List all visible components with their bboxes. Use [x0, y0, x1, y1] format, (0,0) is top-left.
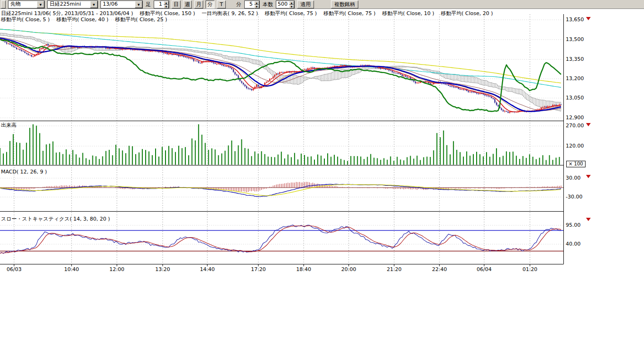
bar-type-week-button[interactable]: 週 [183, 0, 192, 8]
bar-type-tick-button[interactable]: T [217, 0, 226, 8]
minutes-value: 5 [245, 1, 254, 8]
stoch-pane-label: スロー・ストキャスティクス( 14, 3, 80, 20 ) [1, 215, 110, 222]
bar-count-label: 本数 [262, 1, 273, 8]
volume-pane-label: 出来高 [1, 122, 17, 129]
legend-item: 一目均衡表( 9, 26, 52 ) [202, 10, 258, 16]
legend-item: 移動平均( Close, 25 ) [115, 16, 167, 23]
chevron-down-icon[interactable]: ▼ [90, 1, 98, 8]
spin-up-icon[interactable]: ▲ [254, 1, 259, 5]
legend-item: 移動平均( Close, 5 ) [1, 16, 50, 23]
multi-symbol-button[interactable]: 複数銘柄 [331, 0, 358, 8]
legend-item: 移動平均( Close, 20 ) [441, 10, 493, 16]
legend-item: 移動平均( Close, 75 ) [323, 10, 376, 16]
pane-scroll-down-icon[interactable] [586, 175, 591, 178]
toolbar-grip[interactable] [1, 0, 6, 8]
minutes-spinner[interactable]: 5 ▲▼ [244, 0, 260, 8]
bar-type-minute-button[interactable]: 分 [206, 0, 215, 8]
bar-count-spinner[interactable]: 500 ▲▼ [276, 0, 295, 8]
chevron-down-icon[interactable]: ▼ [135, 1, 142, 8]
spin-up-icon[interactable]: ▲ [289, 1, 294, 5]
spin-down-icon[interactable]: ▼ [254, 5, 259, 8]
legend-item: 移動平均( Close, 75 ) [264, 10, 317, 16]
symbol-select[interactable]: 日経225mini ▼ [47, 0, 98, 8]
macd-pane-label: MACD( 12, 26, 9 ) [1, 169, 47, 175]
indicator-legend-row-2: 移動平均( Close, 5 )移動平均( Close, 40 )移動平均( C… [1, 16, 174, 23]
contract-month-value: 13/06 [101, 1, 135, 8]
bar-count-value: 500 [276, 1, 289, 8]
pane-scroll-down-icon[interactable] [586, 123, 591, 126]
symbol-category-select[interactable]: 先物 ▼ [8, 0, 45, 8]
toolbar: 先物 ▼ 日経225mini ▼ 13/06 ▼ 足 1 ▲▼ 日 週 月 分 … [0, 0, 644, 9]
chart-application-window: 先物 ▼ 日経225mini ▼ 13/06 ▼ 足 1 ▲▼ 日 週 月 分 … [0, 0, 644, 362]
bar-multiplier-value: 1 [154, 1, 164, 8]
spin-down-icon[interactable]: ▼ [289, 5, 294, 8]
legend-item: 移動平均( Close, 40 ) [57, 16, 109, 23]
bar-multiplier-spinner[interactable]: 1 ▲▼ [154, 0, 169, 8]
spin-down-icon[interactable]: ▼ [164, 5, 169, 8]
minutes-label: 分 [236, 1, 242, 8]
chevron-down-icon[interactable]: ▼ [37, 1, 44, 8]
chart-canvas[interactable] [0, 0, 644, 362]
pane-scroll-down-icon[interactable] [586, 218, 591, 221]
symbol-category-value: 先物 [8, 1, 37, 8]
pane-scroll-down-icon[interactable] [586, 17, 591, 20]
apply-button[interactable]: 適用 [297, 0, 314, 8]
symbol-value: 日経225mini [48, 1, 90, 8]
volume-scale-box: × 100 [566, 161, 586, 167]
bar-type-label: 足 [145, 1, 151, 8]
bar-type-day-button[interactable]: 日 [172, 0, 181, 8]
bar-type-month-button[interactable]: 月 [194, 0, 203, 8]
spin-up-icon[interactable]: ▲ [164, 1, 169, 5]
legend-item: 移動平均( Close, 10 ) [382, 10, 435, 16]
contract-month-select[interactable]: 13/06 ▼ [100, 0, 143, 8]
